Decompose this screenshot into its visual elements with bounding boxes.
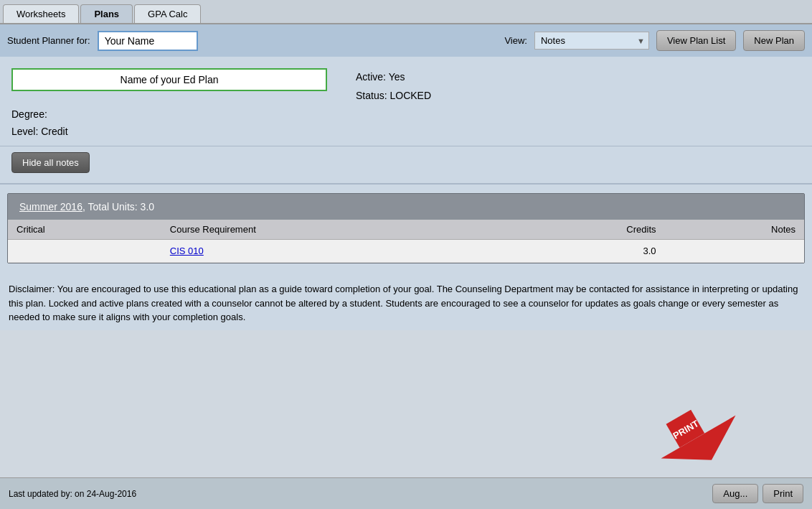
student-name-input[interactable] — [98, 31, 198, 51]
active-status: Active: Yes — [356, 71, 431, 83]
tab-gpa-calc[interactable]: GPA Calc — [134, 4, 201, 23]
tab-bar: Worksheets Plans GPA Calc — [0, 0, 812, 24]
aug-button[interactable]: Aug... — [712, 484, 758, 503]
level-label: Level: Credit — [11, 126, 801, 137]
table-row: CIS 010 3.0 — [8, 240, 804, 263]
view-select-wrapper: Notes Summary Detail ▼ — [534, 32, 649, 50]
footer-buttons: Aug... Print — [712, 484, 803, 503]
tab-plans[interactable]: Plans — [80, 4, 133, 23]
ed-plan-top: Active: Yes Status: LOCKED — [11, 68, 801, 101]
col-notes: Notes — [665, 220, 805, 240]
view-label: View: — [504, 35, 527, 46]
ed-plan-right: Active: Yes Status: LOCKED — [356, 71, 431, 101]
print-button[interactable]: Print — [763, 484, 803, 503]
course-table: Critical Course Requirement Credits Note… — [8, 220, 804, 263]
view-select[interactable]: Notes Summary Detail — [534, 32, 649, 50]
svg-text:PRINT: PRINT — [671, 418, 700, 442]
cell-credits: 3.0 — [508, 240, 665, 263]
footer: Last updated by: on 24-Aug-2016 Aug... P… — [0, 477, 812, 509]
col-course-requirement: Course Requirement — [161, 220, 508, 240]
print-arrow-icon: PRINT — [640, 403, 755, 467]
disclaimer-text: Disclaimer: You are encouraged to use th… — [0, 272, 812, 330]
tab-worksheets[interactable]: Worksheets — [3, 4, 79, 23]
notes-actions: Hide all notes — [0, 146, 812, 185]
new-plan-button[interactable]: New Plan — [743, 30, 805, 51]
col-credits: Credits — [508, 220, 665, 240]
semester-term-link[interactable]: Summer 2016 — [19, 201, 82, 213]
status-locked: Status: LOCKED — [356, 90, 431, 101]
header-row: Student Planner for: View: Notes Summary… — [0, 24, 812, 57]
semester-total-units: , Total Units: 3.0 — [82, 201, 154, 213]
student-planner-label: Student Planner for: — [7, 35, 90, 46]
cell-notes — [665, 240, 805, 263]
print-arrow-container: PRINT — [640, 403, 755, 467]
degree-label: Degree: — [11, 108, 801, 120]
course-table-header: Critical Course Requirement Credits Note… — [8, 220, 804, 240]
col-critical: Critical — [8, 220, 161, 240]
view-plan-list-button[interactable]: View Plan List — [656, 30, 736, 51]
svg-marker-1 — [661, 416, 749, 467]
ed-plan-bottom: Degree: Level: Credit — [11, 108, 801, 137]
main-content: Active: Yes Status: LOCKED Degree: Level… — [0, 57, 812, 330]
hide-all-notes-button[interactable]: Hide all notes — [11, 152, 90, 173]
ed-plan-panel: Active: Yes Status: LOCKED Degree: Level… — [0, 57, 812, 146]
semester-section: Summer 2016, Total Units: 3.0 Critical C… — [7, 193, 805, 263]
semester-header: Summer 2016, Total Units: 3.0 — [8, 194, 804, 220]
course-table-body: CIS 010 3.0 — [8, 240, 804, 263]
cell-critical — [8, 240, 161, 263]
last-updated-text: Last updated by: on 24-Aug-2016 — [9, 489, 136, 499]
svg-rect-0 — [666, 410, 705, 448]
course-link[interactable]: CIS 010 — [170, 246, 204, 256]
ed-plan-name-input[interactable] — [11, 68, 327, 91]
cell-course: CIS 010 — [161, 240, 508, 263]
